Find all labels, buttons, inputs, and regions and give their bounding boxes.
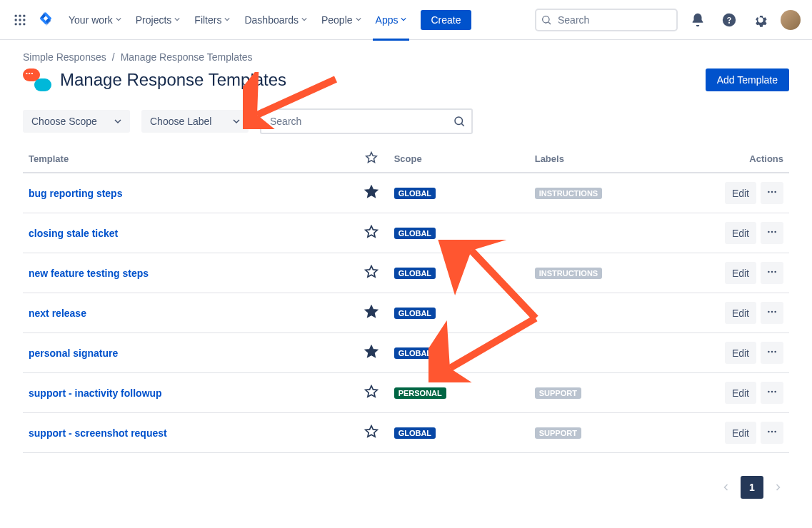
scope-dropdown[interactable]: Choose Scope	[23, 110, 130, 133]
svg-point-16	[774, 191, 776, 193]
nav-item-your-work[interactable]: Your work	[63, 11, 127, 29]
favorite-star-icon[interactable]	[364, 265, 379, 279]
table-row: personal signatureGLOBALEdit	[23, 333, 789, 373]
settings-icon[interactable]	[749, 9, 772, 31]
svg-point-7	[19, 23, 21, 25]
svg-line-10	[548, 22, 551, 24]
edit-button[interactable]: Edit	[725, 262, 756, 284]
scope-badge: GLOBAL	[394, 308, 436, 319]
edit-button[interactable]: Edit	[725, 222, 756, 244]
template-link[interactable]: personal signature	[29, 347, 118, 359]
help-icon[interactable]	[718, 9, 741, 31]
more-actions-button[interactable]	[761, 222, 783, 244]
th-actions: Actions	[703, 146, 789, 173]
more-actions-button[interactable]	[761, 182, 783, 204]
table-row: bug reporting stepsGLOBALINSTRUCTIONSEdi…	[23, 173, 789, 213]
page-content: Simple Responses / Manage Response Templ…	[0, 40, 812, 510]
th-scope[interactable]: Scope	[389, 146, 529, 173]
table-row: next releaseGLOBALEdit	[23, 293, 789, 333]
th-template[interactable]: Template	[23, 146, 354, 173]
scope-badge: GLOBAL	[394, 188, 436, 199]
notifications-icon[interactable]	[686, 9, 709, 31]
top-nav-right	[535, 9, 801, 31]
edit-button[interactable]: Edit	[725, 422, 756, 444]
svg-point-4	[19, 19, 21, 21]
breadcrumb-root[interactable]: Simple Responses	[23, 51, 106, 63]
svg-point-0	[15, 14, 17, 16]
pagination: 1	[23, 476, 789, 499]
label-dropdown[interactable]: Choose Label	[141, 110, 249, 133]
page-title-wrap: Manage Response Templates	[23, 68, 286, 91]
svg-point-19	[774, 231, 776, 233]
user-avatar[interactable]	[781, 10, 801, 30]
template-link[interactable]: closing stale ticket	[29, 228, 118, 239]
label-badge: INSTRUCTIONS	[535, 188, 603, 199]
template-link[interactable]: support - screenshot request	[29, 427, 167, 439]
more-actions-button[interactable]	[761, 382, 783, 404]
svg-point-24	[771, 311, 773, 313]
nav-item-people[interactable]: People	[316, 11, 367, 29]
svg-point-9	[543, 16, 549, 22]
svg-point-27	[771, 351, 773, 353]
favorite-star-icon[interactable]	[364, 305, 379, 319]
favorite-star-icon[interactable]	[364, 425, 379, 439]
edit-button[interactable]: Edit	[725, 382, 756, 404]
add-template-button[interactable]: Add Template	[706, 68, 789, 91]
page-header: Manage Response Templates Add Template	[23, 68, 789, 91]
breadcrumb-current: Manage Response Templates	[121, 51, 253, 63]
template-link[interactable]: support - inactivity followup	[29, 387, 162, 399]
more-actions-button[interactable]	[761, 342, 783, 364]
edit-button[interactable]: Edit	[725, 302, 756, 324]
table-row: closing stale ticketGLOBALEdit	[23, 213, 789, 253]
nav-item-projects[interactable]: Projects	[130, 11, 186, 29]
more-actions-button[interactable]	[761, 422, 783, 444]
template-link[interactable]: next release	[29, 308, 86, 319]
edit-button[interactable]: Edit	[725, 342, 756, 364]
chevron-down-icon	[356, 16, 361, 24]
svg-point-3	[15, 19, 17, 21]
nav-item-filters[interactable]: Filters	[189, 11, 236, 29]
svg-point-32	[768, 431, 770, 433]
svg-point-31	[774, 391, 776, 393]
svg-point-17	[768, 231, 770, 233]
page-prev-button[interactable]	[715, 476, 738, 499]
create-button[interactable]: Create	[421, 10, 471, 30]
scope-badge: GLOBAL	[394, 228, 436, 239]
page-next-button[interactable]	[766, 476, 789, 499]
svg-point-14	[768, 191, 770, 193]
jira-logo-icon[interactable]	[37, 11, 54, 29]
global-search-wrap	[535, 9, 678, 31]
scope-badge: PERSONAL	[394, 387, 446, 399]
scope-badge: GLOBAL	[394, 347, 436, 359]
page-title: Manage Response Templates	[60, 70, 286, 90]
filters-row: Choose Scope Choose Label	[23, 108, 789, 134]
global-search-input[interactable]	[535, 9, 678, 31]
more-actions-button[interactable]	[761, 302, 783, 324]
svg-point-29	[768, 391, 770, 393]
th-favorite[interactable]	[354, 146, 389, 173]
svg-point-28	[774, 351, 776, 353]
search-icon	[541, 14, 552, 26]
nav-item-dashboards[interactable]: Dashboards	[239, 11, 313, 29]
filter-search-input[interactable]	[260, 108, 473, 134]
svg-point-25	[774, 311, 776, 313]
nav-item-apps[interactable]: Apps	[370, 11, 413, 29]
svg-point-5	[23, 19, 25, 21]
more-actions-button[interactable]	[761, 262, 783, 284]
edit-button[interactable]: Edit	[725, 182, 756, 204]
template-link[interactable]: new feature testing steps	[29, 268, 149, 279]
favorite-star-icon[interactable]	[364, 185, 379, 199]
th-labels[interactable]: Labels	[529, 146, 703, 173]
svg-line-13	[461, 123, 463, 126]
svg-point-21	[771, 271, 773, 273]
app-switcher-icon[interactable]	[11, 11, 29, 29]
chevron-down-icon	[401, 16, 406, 24]
page-number-button[interactable]: 1	[741, 476, 763, 499]
svg-point-6	[15, 23, 17, 25]
favorite-star-icon[interactable]	[364, 385, 379, 399]
svg-point-1	[19, 14, 21, 16]
favorite-star-icon[interactable]	[364, 225, 379, 239]
favorite-star-icon[interactable]	[364, 345, 379, 359]
table-row: support - inactivity followupPERSONALSUP…	[23, 373, 789, 413]
template-link[interactable]: bug reporting steps	[29, 188, 122, 199]
